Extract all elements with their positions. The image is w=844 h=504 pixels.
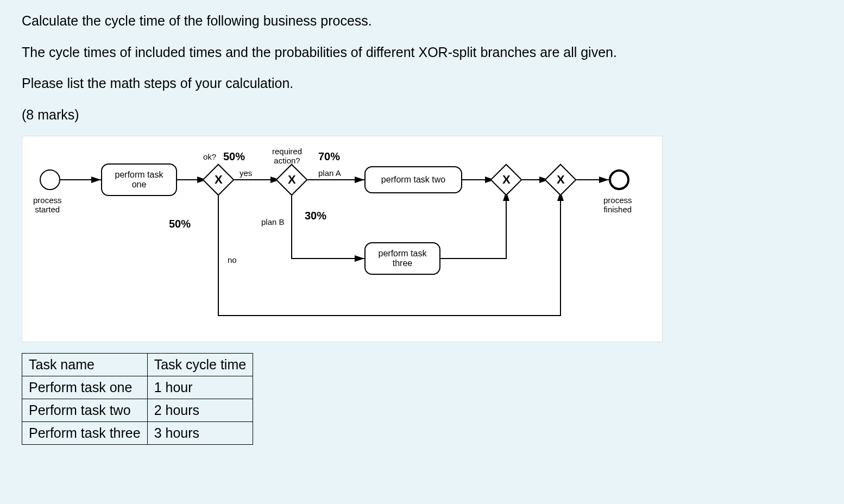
end-event-label: process finished — [603, 196, 632, 214]
task-two: perform task two — [364, 166, 462, 193]
table-header-row: Task name Task cycle time — [22, 354, 253, 376]
question-line-1: Calculate the cycle time of the followin… — [22, 11, 822, 32]
table-header-name: Task name — [22, 354, 148, 376]
table-header-time: Task cycle time — [147, 354, 253, 376]
start-event-label: process started — [33, 196, 62, 214]
task-three: perform task three — [364, 242, 440, 275]
table-row: Perform task three 3 hours — [22, 422, 253, 445]
table-cell-time: 2 hours — [147, 399, 253, 422]
start-event-icon — [40, 169, 60, 190]
cycle-time-table: Task name Task cycle time Perform task o… — [22, 353, 253, 445]
table-cell-time: 3 hours — [147, 422, 253, 445]
task-one: perform task one — [101, 163, 177, 196]
table-row: Perform task two 2 hours — [22, 399, 253, 422]
gateway-ok: X — [202, 163, 234, 196]
question-line-2: The cycle times of included times and th… — [22, 42, 822, 63]
table-row: Perform task one 1 hour — [22, 376, 253, 399]
task-two-label: perform task two — [381, 175, 445, 185]
gateway-ok-label: ok? — [203, 153, 216, 162]
gateway-merge-1: X — [490, 163, 522, 196]
table-cell-name: Perform task one — [22, 376, 148, 399]
gateway-action: X — [275, 163, 307, 196]
gateway-action-a-label: plan A — [318, 169, 341, 178]
gateway-ok-yes-pct: 50% — [223, 150, 245, 162]
task-one-label: perform task one — [115, 170, 163, 190]
task-three-label: perform task three — [379, 249, 427, 268]
gateway-action-a-pct: 70% — [318, 150, 340, 162]
gateway-ok-no-label: no — [228, 256, 237, 265]
gateway-ok-yes-label: yes — [240, 169, 252, 178]
end-event-icon — [609, 169, 629, 190]
gateway-action-label: required action? — [272, 147, 302, 165]
bpmn-diagram: process started perform task one X ok? 5… — [22, 136, 663, 342]
table-cell-name: Perform task three — [22, 422, 148, 445]
gateway-action-b-pct: 30% — [305, 210, 326, 222]
gateway-ok-no-pct: 50% — [169, 218, 191, 230]
table-cell-name: Perform task two — [22, 399, 148, 422]
question-marks: (8 marks) — [22, 105, 822, 125]
gateway-merge-2: X — [544, 163, 576, 196]
gateway-action-b-label: plan B — [261, 218, 285, 227]
table-cell-time: 1 hour — [147, 376, 253, 399]
question-text: Calculate the cycle time of the followin… — [22, 11, 822, 125]
question-line-3: Please list the math steps of your calcu… — [22, 73, 822, 94]
